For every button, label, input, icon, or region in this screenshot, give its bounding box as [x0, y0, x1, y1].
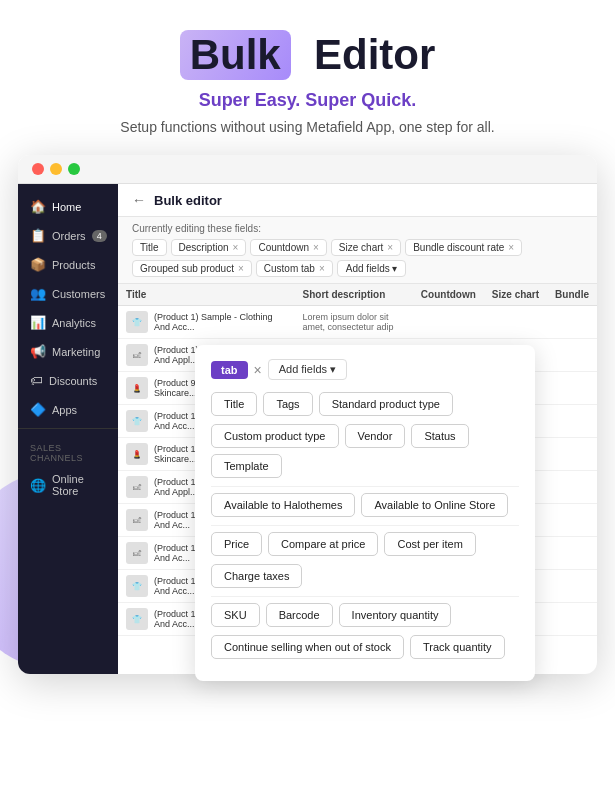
dropdown-close-button[interactable]: × [254, 362, 262, 378]
sidebar-item-home[interactable]: 🏠 Home [18, 192, 118, 221]
product-size-chart-cell [484, 306, 547, 339]
product-thumbnail: 🛋 [126, 476, 148, 498]
orders-icon: 📋 [30, 228, 46, 243]
chip-countdown[interactable]: Countdown× [250, 239, 326, 256]
product-bundle-cell [547, 438, 597, 471]
window-minimize-dot[interactable] [50, 163, 62, 175]
sales-channels-label: SALES CHANNELS [18, 433, 118, 466]
window-maximize-dot[interactable] [68, 163, 80, 175]
sidebar-divider [18, 428, 118, 429]
field-btn-template[interactable]: Template [211, 454, 282, 478]
field-btn-row-6: SKU Barcode Inventory quantity [211, 603, 519, 627]
product-thumbnail: 👕 [126, 311, 148, 333]
discounts-icon: 🏷 [30, 373, 43, 388]
add-fields-dropdown: tab × Add fields ▾ Title Tags Standard p… [195, 345, 535, 681]
chip-description[interactable]: Description× [171, 239, 247, 256]
product-thumbnail: 👕 [126, 410, 148, 432]
chip-size-chart[interactable]: Size chart× [331, 239, 401, 256]
sidebar: 🏠 Home 📋 Orders 4 📦 Products 👥 Customers… [18, 184, 118, 674]
sidebar-analytics-label: Analytics [52, 317, 96, 329]
hero-desc: Setup functions without using Metafield … [20, 119, 595, 135]
field-btn-tags[interactable]: Tags [263, 392, 312, 416]
chip-grouped-sub[interactable]: Grouped sub product× [132, 260, 252, 277]
fields-bar: Currently editing these fields: Title De… [118, 217, 597, 284]
chip-size-chart-close[interactable]: × [387, 242, 393, 253]
sidebar-item-discounts[interactable]: 🏷 Discounts [18, 366, 118, 395]
sidebar-item-products[interactable]: 📦 Products [18, 250, 118, 279]
product-thumbnail: 💄 [126, 443, 148, 465]
field-btn-row-1: Title Tags Standard product type [211, 392, 519, 416]
chip-custom-tab[interactable]: Custom tab× [256, 260, 333, 277]
field-btn-inventory-quantity[interactable]: Inventory quantity [339, 603, 452, 627]
chip-description-close[interactable]: × [233, 242, 239, 253]
table-header-row: Title Short description Countdown Size c… [118, 284, 597, 306]
col-title: Title [118, 284, 295, 306]
dropdown-active-tab[interactable]: tab [211, 361, 248, 379]
field-btn-available-online-store[interactable]: Available to Online Store [361, 493, 508, 517]
product-thumbnail: 🛋 [126, 509, 148, 531]
field-btn-row-3: Available to Halothemes Available to Onl… [211, 493, 519, 517]
dropdown-add-fields-btn[interactable]: Add fields ▾ [268, 359, 347, 380]
field-btn-row-7: Continue selling when out of stock Track… [211, 635, 519, 659]
add-fields-button[interactable]: Add fields ▾ [337, 260, 407, 277]
marketing-icon: 📢 [30, 344, 46, 359]
col-short-desc: Short description [295, 284, 413, 306]
field-btn-title[interactable]: Title [211, 392, 257, 416]
sidebar-marketing-label: Marketing [52, 346, 100, 358]
field-btn-standard-product-type[interactable]: Standard product type [319, 392, 453, 416]
product-bundle-cell [547, 603, 597, 636]
field-btn-sku[interactable]: SKU [211, 603, 260, 627]
field-btn-status[interactable]: Status [411, 424, 468, 448]
field-btn-custom-product-type[interactable]: Custom product type [211, 424, 339, 448]
hero-title-highlight: Bulk [180, 30, 291, 80]
product-thumbnail: 👕 [126, 608, 148, 630]
product-name: (Product 1) Sample - Clothing And Acc... [154, 312, 287, 332]
sidebar-item-marketing[interactable]: 📢 Marketing [18, 337, 118, 366]
hero-subtitle: Super Easy. Super Quick. [20, 90, 595, 111]
page-title: Bulk editor [154, 193, 222, 208]
field-btn-compare-at-price[interactable]: Compare at price [268, 532, 378, 556]
product-bundle-cell [547, 471, 597, 504]
chip-bundle-discount[interactable]: Bundle discount rate× [405, 239, 522, 256]
field-btn-row-4: Price Compare at price Cost per item [211, 532, 519, 556]
title-bar [18, 155, 597, 184]
field-btn-vendor[interactable]: Vendor [345, 424, 406, 448]
chip-countdown-close[interactable]: × [313, 242, 319, 253]
apps-icon: 🔷 [30, 402, 46, 417]
field-btn-charge-taxes[interactable]: Charge taxes [211, 564, 302, 588]
product-thumbnail: 🛋 [126, 344, 148, 366]
field-divider-1 [211, 486, 519, 487]
table-row[interactable]: 👕 (Product 1) Sample - Clothing And Acc.… [118, 306, 597, 339]
chip-title[interactable]: Title [132, 239, 167, 256]
back-button[interactable]: ← [132, 192, 146, 208]
col-countdown: Countdown [413, 284, 484, 306]
sidebar-item-customers[interactable]: 👥 Customers [18, 279, 118, 308]
field-btn-cost-per-item[interactable]: Cost per item [384, 532, 475, 556]
dropdown-top-bar: tab × Add fields ▾ [211, 359, 519, 380]
fields-chips: Title Description× Countdown× Size chart… [132, 239, 583, 277]
sidebar-home-label: Home [52, 201, 81, 213]
field-btn-barcode[interactable]: Barcode [266, 603, 333, 627]
orders-badge: 4 [92, 230, 107, 242]
hero-title-part1: Bulk [190, 31, 281, 78]
analytics-icon: 📊 [30, 315, 46, 330]
field-btn-price[interactable]: Price [211, 532, 262, 556]
chip-grouped-sub-close[interactable]: × [238, 263, 244, 274]
col-size-chart: Size chart [484, 284, 547, 306]
sidebar-item-apps[interactable]: 🔷 Apps [18, 395, 118, 424]
field-btn-continue-selling[interactable]: Continue selling when out of stock [211, 635, 404, 659]
field-btn-track-quantity[interactable]: Track quantity [410, 635, 505, 659]
product-thumbnail: 💄 [126, 377, 148, 399]
sidebar-item-online-store[interactable]: 🌐 Online Store [18, 466, 118, 504]
sidebar-item-orders[interactable]: 📋 Orders 4 [18, 221, 118, 250]
product-thumbnail: 🛋 [126, 542, 148, 564]
field-btn-available-halothemes[interactable]: Available to Halothemes [211, 493, 355, 517]
add-fields-label: Add fields ▾ [346, 263, 398, 274]
product-bundle-cell [547, 372, 597, 405]
sidebar-item-analytics[interactable]: 📊 Analytics [18, 308, 118, 337]
hero-title-part2: Editor [314, 31, 435, 78]
chip-custom-tab-close[interactable]: × [319, 263, 325, 274]
window-close-dot[interactable] [32, 163, 44, 175]
chip-bundle-discount-close[interactable]: × [508, 242, 514, 253]
hero-title: Bulk Editor [180, 30, 436, 80]
